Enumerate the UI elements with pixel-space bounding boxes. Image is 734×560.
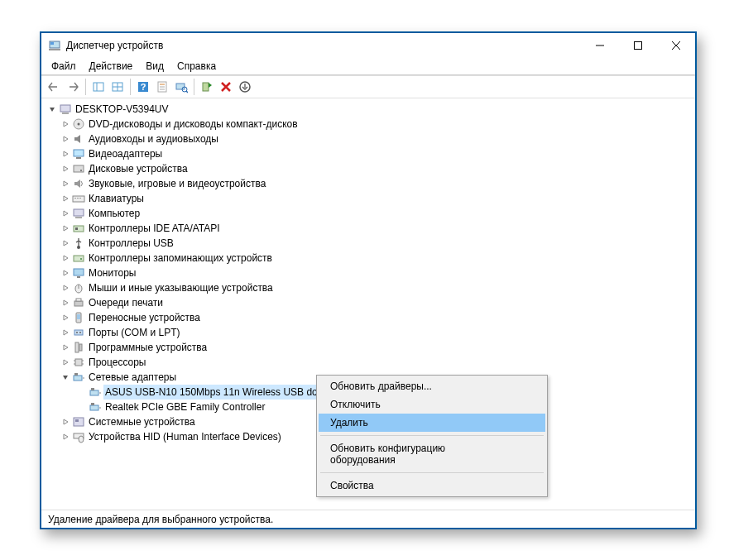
chevron-right-icon[interactable]	[60, 299, 71, 306]
ctx-separator	[320, 472, 544, 473]
tree-category[interactable]: Переносные устройства	[46, 310, 695, 325]
svg-rect-54	[79, 344, 82, 351]
menu-view[interactable]: Вид	[139, 59, 170, 74]
toolbar-update-icon[interactable]	[236, 78, 254, 96]
chevron-right-icon[interactable]	[60, 359, 71, 366]
tree-category[interactable]: Контроллеры запоминающих устройств	[46, 251, 695, 266]
menu-help[interactable]: Справка	[170, 59, 223, 74]
chevron-right-icon[interactable]	[60, 344, 71, 351]
toolbar-grid-icon[interactable]	[108, 78, 127, 96]
device-tree[interactable]: DESKTOP-V5394UV DVD-дисководы и дисковод…	[41, 98, 695, 510]
ctx-disable[interactable]: Отключить	[319, 395, 545, 414]
toolbar-properties-icon[interactable]	[153, 78, 171, 96]
tree-device-label: Realtek PCIe GBE Family Controller	[103, 400, 266, 414]
chevron-right-icon[interactable]	[60, 121, 71, 127]
chevron-right-icon[interactable]	[60, 225, 71, 232]
tree-category[interactable]: Компьютер	[46, 206, 695, 221]
device-category-icon	[72, 251, 85, 265]
svg-rect-24	[62, 112, 69, 114]
device-category-icon	[72, 415, 85, 428]
tree-category[interactable]: Контроллеры IDE ATA/ATAPI	[46, 221, 695, 236]
svg-rect-53	[75, 342, 79, 352]
svg-point-30	[80, 170, 82, 171]
svg-rect-46	[74, 301, 83, 306]
ctx-scan-hardware[interactable]: Обновить конфигурацию оборудования	[319, 439, 545, 469]
chevron-right-icon[interactable]	[60, 433, 71, 440]
toolbar-panel-icon[interactable]	[89, 78, 108, 96]
toolbar-forward-icon[interactable]	[64, 78, 82, 96]
chevron-down-icon[interactable]	[60, 374, 71, 381]
maximize-button[interactable]	[619, 33, 657, 58]
svg-rect-61	[74, 373, 78, 376]
tree-category-label: Видеоадаптеры	[87, 146, 164, 161]
tree-category[interactable]: Аудиовходы и аудиовыходы	[46, 132, 695, 146]
chevron-right-icon[interactable]	[60, 180, 71, 187]
tree-category[interactable]: Программные устройства	[46, 340, 695, 355]
chevron-right-icon[interactable]	[60, 210, 71, 217]
menu-action[interactable]: Действие	[83, 59, 140, 74]
tree-category[interactable]: Контроллеры USB	[46, 236, 695, 251]
ctx-uninstall[interactable]: Удалить	[319, 414, 545, 432]
chevron-right-icon[interactable]	[60, 151, 71, 157]
svg-rect-1	[50, 42, 54, 45]
toolbar-back-icon[interactable]	[45, 78, 63, 96]
chevron-right-icon[interactable]	[60, 240, 71, 246]
chevron-right-icon[interactable]	[60, 285, 71, 291]
svg-rect-63	[90, 390, 98, 395]
chevron-right-icon[interactable]	[60, 419, 71, 425]
chevron-right-icon[interactable]	[60, 195, 71, 202]
network-adapter-icon	[89, 400, 102, 414]
chevron-right-icon[interactable]	[60, 136, 71, 142]
chevron-right-icon[interactable]	[60, 270, 71, 276]
tree-category[interactable]: Мыши и иные указывающие устройства	[46, 280, 695, 295]
tree-category[interactable]: Видеоадаптеры	[46, 146, 695, 161]
tree-category[interactable]: Процессоры	[46, 355, 695, 370]
device-category-icon	[72, 296, 85, 309]
tree-category[interactable]: Мониторы	[46, 266, 695, 280]
svg-rect-36	[75, 217, 82, 218]
ctx-update-drivers[interactable]: Обновить драйверы...	[319, 377, 545, 395]
device-category-icon	[72, 311, 85, 324]
minimize-button[interactable]	[581, 33, 619, 58]
toolbar-enable-icon[interactable]	[198, 78, 216, 96]
svg-rect-35	[74, 209, 84, 216]
tree-category-label: Переносные устройства	[87, 310, 202, 325]
toolbar-scan-icon[interactable]	[172, 78, 190, 96]
close-button[interactable]	[657, 33, 695, 58]
ctx-properties[interactable]: Свойства	[319, 476, 545, 495]
svg-rect-23	[60, 105, 70, 112]
device-category-icon	[72, 356, 85, 369]
chevron-right-icon[interactable]	[60, 314, 71, 321]
svg-rect-33	[77, 198, 79, 199]
chevron-right-icon[interactable]	[60, 165, 71, 172]
tree-category-label: Контроллеры USB	[87, 236, 175, 251]
toolbar-help-icon[interactable]: ?	[134, 78, 152, 96]
tree-category-label: Устройства HID (Human Interface Devices)	[87, 429, 283, 444]
svg-point-41	[80, 258, 82, 260]
tree-category-label: Звуковые, игровые и видеоустройства	[87, 176, 267, 191]
svg-rect-49	[77, 314, 80, 319]
tree-category[interactable]: Клавиатуры	[46, 191, 695, 206]
tree-category[interactable]: Очереди печати	[46, 295, 695, 310]
tree-category[interactable]: DVD-дисководы и дисководы компакт-дисков	[46, 117, 695, 132]
chevron-right-icon[interactable]	[60, 255, 71, 261]
device-category-icon	[72, 430, 85, 443]
chevron-right-icon[interactable]	[60, 329, 71, 336]
svg-rect-31	[73, 196, 84, 202]
tree-root[interactable]: DESKTOP-V5394UV	[46, 102, 695, 117]
svg-line-20	[186, 91, 188, 93]
svg-rect-60	[74, 376, 82, 381]
window-frame: Диспетчер устройств Файл Действие Вид Сп…	[40, 31, 697, 529]
menu-file[interactable]: Файл	[45, 59, 83, 74]
statusbar-text: Удаление драйвера для выбранного устройс…	[48, 514, 273, 525]
tree-category[interactable]: Дисковые устройства	[46, 161, 695, 176]
tree-category[interactable]: Порты (COM и LPT)	[46, 325, 695, 340]
device-category-icon	[72, 341, 85, 354]
computer-icon	[59, 103, 72, 116]
svg-rect-64	[91, 388, 94, 390]
device-category-icon	[72, 132, 85, 146]
tree-category[interactable]: Звуковые, игровые и видеоустройства	[46, 176, 695, 191]
device-category-icon	[72, 222, 85, 235]
chevron-down-icon[interactable]	[46, 106, 58, 112]
toolbar-uninstall-icon[interactable]	[217, 78, 235, 96]
